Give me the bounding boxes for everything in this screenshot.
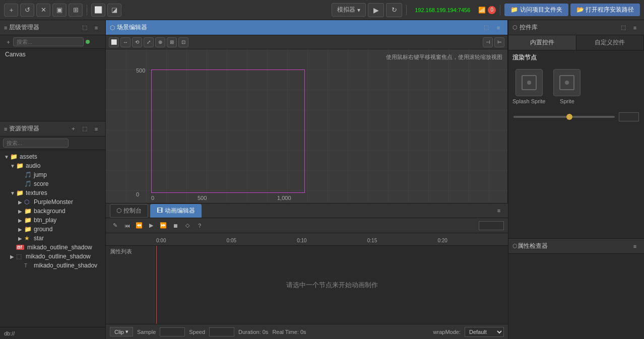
anim-menu-btn[interactable]: ≡ [494, 206, 504, 215]
scene-tool-3[interactable]: ⟲ [132, 37, 142, 47]
anim-tool-help[interactable]: ? [195, 221, 205, 230]
component-item-sprite[interactable]: Sprite [553, 69, 581, 104]
slider-thumb[interactable] [566, 114, 572, 120]
anim-tool-play[interactable]: ▶ [146, 221, 156, 230]
sprite-label: Sprite [560, 98, 574, 104]
splash-sprite-icon [516, 69, 543, 96]
tab-builtin[interactable]: 内置控件 [508, 35, 576, 50]
asset-tree: ▼ 📁 assets ▼ 📁 audio 🎵 jump [0, 150, 105, 327]
list-item[interactable]: ▼ 📁 audio [0, 161, 105, 170]
reload-btn[interactable]: ↻ [386, 3, 402, 17]
canvas-item[interactable]: Canvas [0, 49, 105, 60]
tree-arrow: ▼ [10, 190, 16, 196]
playhead [156, 246, 157, 324]
asset-action-3[interactable]: ≡ [91, 124, 101, 133]
tab-custom[interactable]: 自定义控件 [576, 35, 645, 50]
scene-tool-6[interactable]: ⊞ [167, 37, 177, 47]
speed-input[interactable]: 1 [209, 327, 234, 336]
scene-canvas[interactable]: 使用鼠标右键平移视窗焦点，使用滚轮缩放视图 500 0 0 500 1,000 [106, 49, 507, 203]
clip-btn[interactable]: Clip ▾ [110, 327, 133, 336]
anim-tool-skipback[interactable]: ⏮ [122, 221, 132, 230]
scene-tool-5[interactable]: ⊕ [155, 37, 165, 47]
scene-editor-header: ⬡ 场景编辑器 ⬚ ≡ [106, 20, 507, 35]
list-item[interactable]: ▶ 📁 ground [0, 225, 105, 234]
sample-input[interactable]: 60 [160, 327, 185, 336]
tree-arrow: ▶ [18, 199, 24, 205]
tab-console[interactable]: ⬡ 控制台 [110, 204, 148, 218]
anim-tool-stop[interactable]: ⏹ [170, 221, 180, 230]
list-item[interactable]: ▼ 📁 textures [0, 188, 105, 197]
scene-editor: ⬡ 场景编辑器 ⬚ ≡ ⬜ ↔ ⟲ ⤢ ⊕ ⊞ ⊡ ⊣ ⊢ 使用鼠标右键平移视窗… [106, 20, 508, 203]
list-item[interactable]: Bf mikado_outline_shadow [0, 243, 105, 252]
prop-action-1[interactable]: ≡ [630, 242, 640, 251]
tree-arrow: ▶ [10, 254, 16, 259]
item-label: textures [26, 189, 47, 196]
anim-editor: ⬡ 控制台 🎞 动画编辑器 ≡ ✎ ⏮ ⏪ ▶ ⏩ ⏹ ◇ [106, 203, 508, 339]
save-btn[interactable]: ▣ [52, 4, 67, 17]
scene-action-1[interactable]: ⬚ [481, 23, 491, 32]
anim-bottom: Clip ▾ Sample 60 Speed 1 Duration: 0s Re… [106, 324, 508, 339]
list-item[interactable]: ▶ ★ star [0, 234, 105, 243]
top-toolbar: ＋ ↺ ✕ ▣ ⊞ ⬜ ◪ 模拟器 ▾ ▶ ↻ 192.168.199.194:… [0, 0, 644, 20]
anim-tool-edit[interactable]: ✎ [110, 221, 120, 230]
item-label: star [34, 235, 44, 242]
install-path-btn[interactable]: 📂 打开程序安装路径 [570, 4, 640, 16]
folder-icon: 📁 [510, 6, 520, 13]
axis-x-0: 0 [151, 195, 154, 201]
scene-tool-7[interactable]: ⊡ [178, 37, 188, 47]
comp-action-1[interactable]: ⬚ [618, 23, 628, 32]
layer-action-2[interactable]: ≡ [91, 23, 101, 32]
scene-tool-1[interactable]: ⬜ [109, 37, 119, 47]
add-btn[interactable]: ＋ [4, 4, 18, 17]
list-item[interactable]: ▼ 📁 assets [0, 152, 105, 161]
comp-action-2[interactable]: ≡ [630, 23, 640, 32]
scene-tool-2[interactable]: ↔ [120, 37, 131, 47]
timeline-tracks[interactable]: 请选中一个节点来开始动画制作 [156, 246, 508, 324]
list-item[interactable]: 🎵 score [0, 179, 105, 188]
list-item[interactable]: ▶ 📁 background [0, 207, 105, 216]
wrap-select[interactable]: Default Normal Loop PingPong [465, 327, 504, 337]
refresh-btn[interactable]: ↺ [20, 4, 34, 17]
anim-toolbar: ✎ ⏮ ⏪ ▶ ⏩ ⏹ ◇ ? 0:00 [106, 218, 508, 233]
slider-track[interactable] [513, 116, 615, 118]
list-item[interactable]: 🎵 jump [0, 170, 105, 179]
scene-tool-4[interactable]: ⤢ [144, 37, 154, 47]
grid-btn[interactable]: ⊞ [69, 4, 83, 17]
tree-arrow: ▶ [18, 218, 24, 223]
list-item[interactable]: ▶ ⬚ mikado_outline_shadow [0, 252, 105, 261]
layer-action-1[interactable]: ⬚ [80, 23, 90, 32]
asset-search-input[interactable] [3, 139, 69, 148]
scene-tool-9[interactable]: ⊢ [494, 37, 504, 47]
realtime-label: Real Time: 0s [272, 329, 306, 335]
anim-tool-back[interactable]: ⏪ [134, 221, 144, 230]
close-btn[interactable]: ✕ [36, 4, 50, 17]
layer-search-bar: ＋ [0, 35, 105, 49]
project-folder-btn[interactable]: 📁 访问项目文件夹 [504, 4, 568, 16]
layer-add-btn[interactable]: ＋ [3, 37, 13, 46]
list-item[interactable]: ▶ 📁 btn_play [0, 216, 105, 225]
asset-action-2[interactable]: ⬚ [80, 124, 90, 133]
anim-tool-forward[interactable]: ⏩ [158, 221, 168, 230]
asset-action-1[interactable]: ＋ [68, 124, 78, 133]
component-grid: Splash Sprite Sprite [508, 65, 644, 108]
list-item[interactable]: ▶ ⬡ PurpleMonster [0, 197, 105, 207]
anim-tool-keyframe[interactable]: ◇ [182, 221, 192, 230]
layout-btn2[interactable]: ◪ [107, 4, 121, 17]
scene-action-2[interactable]: ≡ [493, 23, 503, 32]
notification-badge[interactable]: 0 [488, 6, 496, 14]
time-input[interactable]: 0:00 [479, 221, 504, 230]
item-label: background [34, 208, 66, 215]
folder-icon: 📁 [10, 153, 18, 160]
component-item-splash-sprite[interactable]: Splash Sprite [512, 69, 545, 104]
scene-tool-8[interactable]: ⊣ [483, 37, 493, 47]
play-btn[interactable]: ▶ [368, 3, 384, 17]
slider-value-input[interactable]: 3 [619, 112, 639, 121]
layout-btn1[interactable]: ⬜ [91, 4, 105, 17]
anim-center-message: 请选中一个节点来开始动画制作 [286, 281, 378, 290]
tab-animation-editor[interactable]: 🎞 动画编辑器 [150, 204, 202, 218]
duration-label: Duration: 0s [238, 329, 268, 335]
layer-search-input[interactable] [13, 37, 84, 46]
separator-2 [406, 5, 407, 15]
simulator-btn[interactable]: 模拟器 ▾ [332, 3, 366, 17]
list-item[interactable]: T mikado_outline_shadov [0, 261, 105, 270]
